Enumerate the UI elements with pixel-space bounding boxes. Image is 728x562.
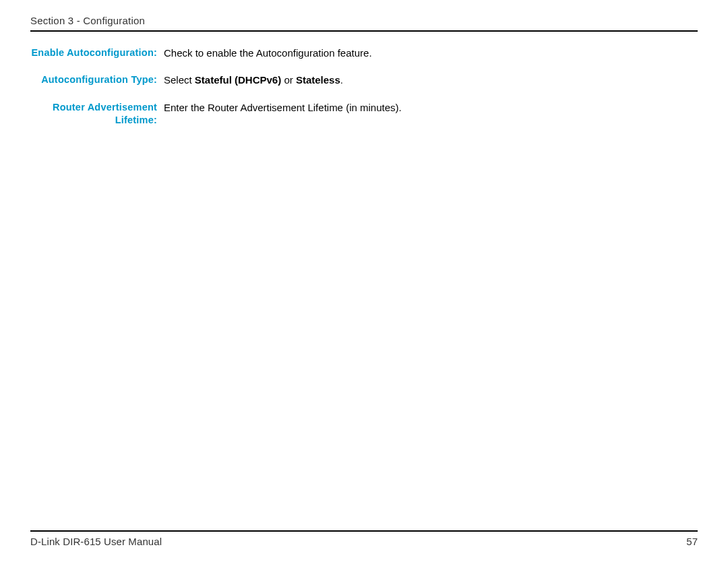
definition-text-bold: Stateful (DHCPv6) [195, 74, 281, 86]
content-area: Enable Autoconfiguration: Check to enabl… [30, 46, 698, 127]
definition-text-suffix: . [340, 74, 343, 86]
section-title: Section 3 - Configuration [30, 15, 145, 26]
definition-text: Enter the Router Advertisement Lifetime … [164, 102, 402, 113]
definition-row-autoconfig-type: Autoconfiguration Type: Select Stateful … [30, 73, 698, 87]
manual-title: D-Link DIR-615 User Manual [30, 536, 162, 547]
page-footer: D-Link DIR-615 User Manual 57 [30, 530, 698, 547]
page-number: 57 [686, 536, 698, 547]
definition-text-bold: Stateless [296, 74, 340, 86]
definition-row-router-adv-lifetime: Router Advertisement Lifetime: Enter the… [30, 101, 698, 127]
definition-row-enable-autoconfig: Enable Autoconfiguration: Check to enabl… [30, 46, 698, 60]
page-header: Section 3 - Configuration [30, 15, 698, 32]
definition-label: Enable Autoconfiguration: [30, 46, 164, 60]
definition-label: Router Advertisement Lifetime: [30, 101, 164, 127]
definition-text: Check to enable the Autoconfiguration fe… [164, 47, 372, 59]
definition-text-prefix: Select [164, 74, 195, 86]
footer-content: D-Link DIR-615 User Manual 57 [30, 530, 698, 547]
definition-label: Autoconfiguration Type: [30, 73, 164, 87]
definition-value: Check to enable the Autoconfiguration fe… [164, 46, 372, 60]
definition-text-mid: or [281, 74, 296, 86]
definition-value: Enter the Router Advertisement Lifetime … [164, 101, 402, 115]
definition-value: Select Stateful (DHCPv6) or Stateless. [164, 73, 343, 87]
